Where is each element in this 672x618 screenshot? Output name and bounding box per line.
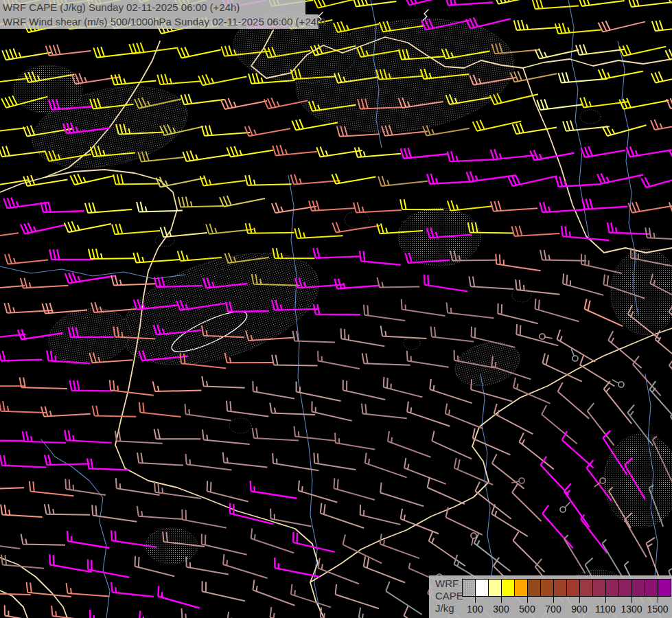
stipple-patch xyxy=(14,65,82,113)
legend-tick xyxy=(579,597,580,603)
legend-color-cell xyxy=(592,579,606,597)
legend-color-cell xyxy=(632,579,645,597)
legend-title-line: WRF xyxy=(435,577,463,590)
legend-tick xyxy=(527,597,528,603)
cape-title: WRF CAPE (J/kg) Sunday 02-11-2025 06:00 … xyxy=(0,0,305,14)
legend-tick-label: 300 xyxy=(493,604,509,615)
legend-color-cell xyxy=(566,579,580,597)
legend-color-cell xyxy=(527,579,541,597)
legend-tick xyxy=(553,597,554,603)
legend-tick xyxy=(475,597,476,603)
cape-legend: WRF CAPE J/kg 10030050070090011001300150… xyxy=(429,575,672,618)
legend-color-cell xyxy=(462,579,476,597)
legend-color-cell xyxy=(475,579,489,597)
legend-tick-label: 1300 xyxy=(621,604,642,615)
legend-tick xyxy=(501,597,502,603)
legend-tick-label: 900 xyxy=(571,604,587,615)
legend-color-cell xyxy=(579,579,593,597)
weather-map-stage: WRF CAPE (J/kg) Sunday 02-11-2025 06:00 … xyxy=(0,0,672,618)
legend-tick xyxy=(605,597,606,603)
legend-tick-label: 100 xyxy=(467,604,483,615)
legend-tick xyxy=(658,597,658,603)
legend-color-cell xyxy=(658,579,671,597)
legend-color-cell xyxy=(501,579,515,597)
legend-color-cell xyxy=(488,579,502,597)
legend-color-cell xyxy=(645,579,658,597)
legend-color-cell xyxy=(553,579,567,597)
legend-tick-label: 1100 xyxy=(595,604,616,615)
legend-tick-label: 1500 xyxy=(647,604,668,615)
legend-color-cell xyxy=(540,579,554,597)
shear-title: WRF Wind shear (m/s) 500/1000hPa Sunday … xyxy=(0,14,318,29)
legend-title-line: J/kg xyxy=(435,602,463,615)
legend-tick-label: 700 xyxy=(545,604,561,615)
weather-map xyxy=(0,0,672,618)
title-overlay: WRF CAPE (J/kg) Sunday 02-11-2025 06:00 … xyxy=(0,0,318,29)
cape-color-scale: 100300500700900110013001500 xyxy=(462,579,671,617)
legend-color-cell xyxy=(514,579,528,597)
legend-color-cell xyxy=(618,579,632,597)
legend-color-cells xyxy=(462,579,671,597)
legend-tick-label: 500 xyxy=(519,604,535,615)
legend-color-cell xyxy=(605,579,619,597)
legend-tick xyxy=(632,597,632,603)
legend-title-line: CAPE xyxy=(435,590,463,602)
legend-title: WRF CAPE J/kg xyxy=(435,577,463,615)
